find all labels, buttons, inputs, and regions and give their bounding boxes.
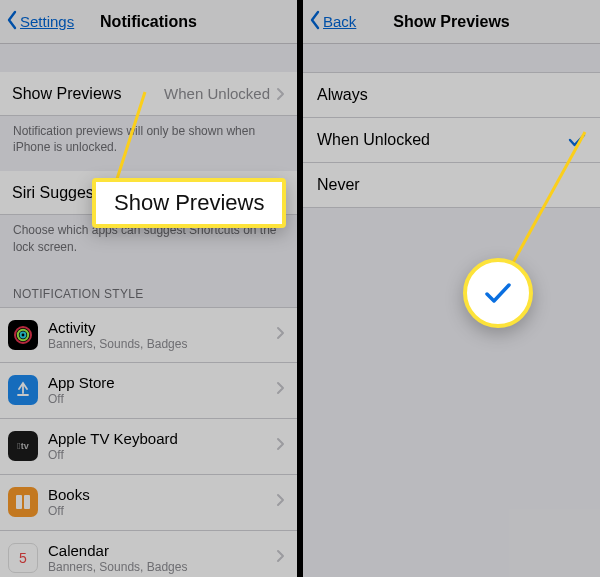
app-name: Apple TV Keyboard bbox=[48, 430, 276, 447]
callout-checkmark bbox=[463, 258, 533, 328]
back-button[interactable]: Settings bbox=[6, 10, 74, 33]
back-label: Settings bbox=[18, 13, 74, 30]
option-label: Always bbox=[317, 86, 586, 104]
calendar-icon: 5 bbox=[8, 543, 38, 573]
app-name: Activity bbox=[48, 319, 276, 336]
callout-show-previews: Show Previews bbox=[92, 178, 286, 228]
row-label: Show Previews bbox=[12, 85, 164, 103]
navbar: Back Show Previews bbox=[303, 0, 600, 44]
option-when-unlocked[interactable]: When Unlocked bbox=[303, 118, 600, 163]
option-always[interactable]: Always bbox=[303, 72, 600, 118]
navbar: Settings Notifications bbox=[0, 0, 297, 44]
show-previews-panel: Back Show Previews AlwaysWhen UnlockedNe… bbox=[303, 0, 600, 577]
app-name: Books bbox=[48, 486, 276, 503]
notifications-settings-panel: Settings Notifications Show Previews Whe… bbox=[0, 0, 297, 577]
show-previews-row[interactable]: Show Previews When Unlocked bbox=[0, 72, 297, 116]
option-label: Never bbox=[317, 176, 586, 194]
svg-rect-3 bbox=[16, 495, 22, 509]
svg-rect-4 bbox=[24, 495, 30, 509]
row-value: When Unlocked bbox=[164, 85, 270, 102]
back-button[interactable]: Back bbox=[309, 10, 356, 33]
appletv-icon: tv bbox=[8, 431, 38, 461]
chevron-right-icon bbox=[276, 326, 285, 344]
appstore-icon bbox=[8, 375, 38, 405]
app-subtitle: Banners, Sounds, Badges bbox=[48, 337, 276, 351]
app-subtitle: Off bbox=[48, 392, 276, 406]
app-row-appstore[interactable]: App StoreOff bbox=[0, 363, 297, 419]
chevron-right-icon bbox=[276, 493, 285, 511]
activity-icon bbox=[8, 320, 38, 350]
option-never[interactable]: Never bbox=[303, 163, 600, 208]
app-subtitle: Banners, Sounds, Badges bbox=[48, 560, 276, 574]
options-list: AlwaysWhen UnlockedNever bbox=[303, 72, 600, 208]
app-row-appletv[interactable]: tvApple TV KeyboardOff bbox=[0, 419, 297, 475]
app-list: ActivityBanners, Sounds, BadgesApp Store… bbox=[0, 307, 297, 577]
app-subtitle: Off bbox=[48, 504, 276, 518]
app-row-activity[interactable]: ActivityBanners, Sounds, Badges bbox=[0, 307, 297, 363]
app-subtitle: Off bbox=[48, 448, 276, 462]
option-label: When Unlocked bbox=[317, 131, 568, 149]
app-row-calendar[interactable]: 5CalendarBanners, Sounds, Badges bbox=[0, 531, 297, 577]
app-name: Calendar bbox=[48, 542, 276, 559]
previews-footer-text: Notification previews will only be shown… bbox=[0, 116, 297, 171]
chevron-left-icon bbox=[309, 10, 321, 33]
section-header: NOTIFICATION STYLE bbox=[0, 271, 297, 307]
svg-point-2 bbox=[21, 332, 26, 337]
books-icon bbox=[8, 487, 38, 517]
chevron-right-icon bbox=[276, 381, 285, 399]
chevron-left-icon bbox=[6, 10, 18, 33]
chevron-right-icon bbox=[276, 437, 285, 455]
app-row-books[interactable]: BooksOff bbox=[0, 475, 297, 531]
back-label: Back bbox=[321, 13, 356, 30]
app-name: App Store bbox=[48, 374, 276, 391]
checkmark-icon bbox=[568, 133, 586, 147]
chevron-right-icon bbox=[276, 87, 285, 101]
chevron-right-icon bbox=[276, 549, 285, 567]
svg-point-1 bbox=[18, 330, 28, 340]
